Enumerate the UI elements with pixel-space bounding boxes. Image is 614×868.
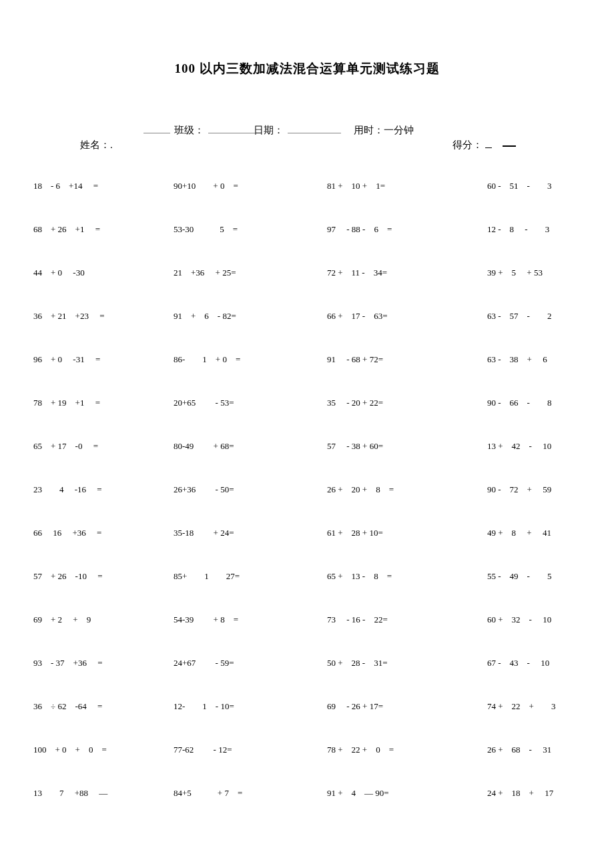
problem-cell: 13 + 42 - 10 xyxy=(474,424,581,468)
score-label: 得分： xyxy=(452,139,483,150)
problem-cell: 24+67 - 59= xyxy=(154,641,320,685)
table-row: 57 + 26 -10 = 85+ 1 27= 65 + 13 - 8 = 55… xyxy=(33,554,581,598)
class-label: 班级： xyxy=(174,125,204,135)
problem-cell: 44 + 0 -30 xyxy=(33,251,154,294)
problem-cell: 21 +36 + 25= xyxy=(154,251,320,294)
problem-cell: 36 + 21 +23 = xyxy=(33,294,154,338)
worksheet-page: 100 以内三数加减法混合运算单元测试练习题 班级： 日期： 用时：一分钟 姓名… xyxy=(0,0,614,868)
problem-cell: 20+65 - 53= xyxy=(154,381,320,424)
table-row: 93 - 37 +36 = 24+67 - 59= 50 + 28 - 31= … xyxy=(33,641,581,685)
name-label: 姓名：. xyxy=(80,139,113,150)
blank-underline xyxy=(208,125,255,133)
table-row: 44 + 0 -30 21 +36 + 25= 72 + 11 - 34= 39… xyxy=(33,251,581,294)
table-row: 78 + 19 +1 = 20+65 - 53= 35 - 20 + 22= 9… xyxy=(33,381,581,424)
problem-cell: 12 - 8 - 3 xyxy=(474,207,581,251)
table-row: 69 + 2 + 9 54-39 + 8 = 73 - 16 - 22= 60 … xyxy=(33,598,581,641)
problem-cell: 72 + 11 - 34= xyxy=(320,251,474,294)
table-row: 23 4 -16 = 26+36 - 50= 26 + 20 + 8 = 90 … xyxy=(33,468,581,511)
problem-cell: 86- 1 + 0 = xyxy=(154,338,320,381)
problem-cell: 50 + 28 - 31= xyxy=(320,641,474,685)
date-field: 日期： xyxy=(254,124,341,137)
problem-cell: 60 - 51 - 3 xyxy=(474,164,581,207)
problem-cell: 91 + 4 — 90= xyxy=(320,771,474,815)
problems-table: 18 - 6 +14 = 90+10 + 0 = 81 + 10 + 1= 60… xyxy=(33,164,581,815)
problem-cell: 81 + 10 + 1= xyxy=(320,164,474,207)
table-row: 13 7 +88 — 84+5 + 7 = 91 + 4 — 90= 24 + … xyxy=(33,771,581,815)
problem-cell: 91 - 68 + 72= xyxy=(320,338,474,381)
score-blank xyxy=(485,139,492,148)
problem-cell: 65 + 17 -0 = xyxy=(33,424,154,468)
problem-cell: 24 + 18 + 17 xyxy=(474,771,581,815)
problem-cell: 78 + 19 +1 = xyxy=(33,381,154,424)
problem-cell: 73 - 16 - 22= xyxy=(320,598,474,641)
problems-body: 18 - 6 +14 = 90+10 + 0 = 81 + 10 + 1= 60… xyxy=(33,164,581,815)
problem-cell: 23 4 -16 = xyxy=(33,468,154,511)
table-row: 100 + 0 + 0 = 77-62 - 12= 78 + 22 + 0 = … xyxy=(33,728,581,771)
table-row: 36 ÷ 62 -64 = 12- 1 - 10= 69 - 26 + 17= … xyxy=(33,685,581,728)
time-label: 用时：一分钟 xyxy=(354,125,414,135)
problem-cell: 66 + 17 - 63= xyxy=(320,294,474,338)
problem-cell: 35-18 + 24= xyxy=(154,511,320,554)
problem-cell: 90 - 72 + 59 xyxy=(474,468,581,511)
problem-cell: 61 + 28 + 10= xyxy=(320,511,474,554)
problem-cell: 90 - 66 - 8 xyxy=(474,381,581,424)
problem-cell: 80-49 + 68= xyxy=(154,424,320,468)
table-row: 65 + 17 -0 = 80-49 + 68= 57 - 38 + 60= 1… xyxy=(33,424,581,468)
problem-cell: 54-39 + 8 = xyxy=(154,598,320,641)
problem-cell: 55 - 49 - 5 xyxy=(474,554,581,598)
time-field: 用时：一分钟 xyxy=(354,124,414,137)
problem-cell: 26 + 68 - 31 xyxy=(474,728,581,771)
problem-cell: 68 + 26 +1 = xyxy=(33,207,154,251)
problem-cell: 18 - 6 +14 = xyxy=(33,164,154,207)
table-row: 66 16 +36 = 35-18 + 24= 61 + 28 + 10= 49… xyxy=(33,511,581,554)
table-row: 68 + 26 +1 = 53-30 5 = 97 - 88 - 6 = 12 … xyxy=(33,207,581,251)
problem-cell: 26+36 - 50= xyxy=(154,468,320,511)
problem-cell: 67 - 43 - 10 xyxy=(474,641,581,685)
score-dash xyxy=(503,145,516,147)
problem-cell: 35 - 20 + 22= xyxy=(320,381,474,424)
problem-cell: 36 ÷ 62 -64 = xyxy=(33,685,154,728)
page-title: 100 以内三数加减法混合运算单元测试练习题 xyxy=(33,60,581,77)
header-info: 班级： 日期： 用时：一分钟 姓名：. 得分： xyxy=(33,124,581,157)
name-field: 姓名：. xyxy=(80,139,113,151)
problem-cell: 93 - 37 +36 = xyxy=(33,641,154,685)
problem-cell: 85+ 1 27= xyxy=(154,554,320,598)
problem-cell: 69 - 26 + 17= xyxy=(320,685,474,728)
problem-cell: 57 + 26 -10 = xyxy=(33,554,154,598)
problem-cell: 91 + 6 - 82= xyxy=(154,294,320,338)
date-label: 日期： xyxy=(254,125,284,135)
problem-cell: 60 + 32 - 10 xyxy=(474,598,581,641)
blank-underline xyxy=(143,125,170,133)
problem-cell: 77-62 - 12= xyxy=(154,728,320,771)
problem-cell: 49 + 8 + 41 xyxy=(474,511,581,554)
problem-cell: 57 - 38 + 60= xyxy=(320,424,474,468)
problem-cell: 12- 1 - 10= xyxy=(154,685,320,728)
class-field: 班级： xyxy=(143,124,255,137)
blank-underline xyxy=(288,125,341,133)
problem-cell: 26 + 20 + 8 = xyxy=(320,468,474,511)
problem-cell: 100 + 0 + 0 = xyxy=(33,728,154,771)
problem-cell: 96 + 0 -31 = xyxy=(33,338,154,381)
problem-cell: 39 + 5 + 53 xyxy=(474,251,581,294)
problem-cell: 65 + 13 - 8 = xyxy=(320,554,474,598)
table-row: 96 + 0 -31 = 86- 1 + 0 = 91 - 68 + 72= 6… xyxy=(33,338,581,381)
problem-cell: 63 - 38 + 6 xyxy=(474,338,581,381)
problem-cell: 78 + 22 + 0 = xyxy=(320,728,474,771)
problem-cell: 13 7 +88 — xyxy=(33,771,154,815)
problem-cell: 69 + 2 + 9 xyxy=(33,598,154,641)
problem-cell: 90+10 + 0 = xyxy=(154,164,320,207)
problem-cell: 97 - 88 - 6 = xyxy=(320,207,474,251)
problem-cell: 84+5 + 7 = xyxy=(154,771,320,815)
problem-cell: 66 16 +36 = xyxy=(33,511,154,554)
problem-cell: 74 + 22 + 3 xyxy=(474,685,581,728)
table-row: 36 + 21 +23 = 91 + 6 - 82= 66 + 17 - 63=… xyxy=(33,294,581,338)
problem-cell: 53-30 5 = xyxy=(154,207,320,251)
score-field: 得分： xyxy=(452,139,516,151)
table-row: 18 - 6 +14 = 90+10 + 0 = 81 + 10 + 1= 60… xyxy=(33,164,581,207)
problem-cell: 63 - 57 - 2 xyxy=(474,294,581,338)
